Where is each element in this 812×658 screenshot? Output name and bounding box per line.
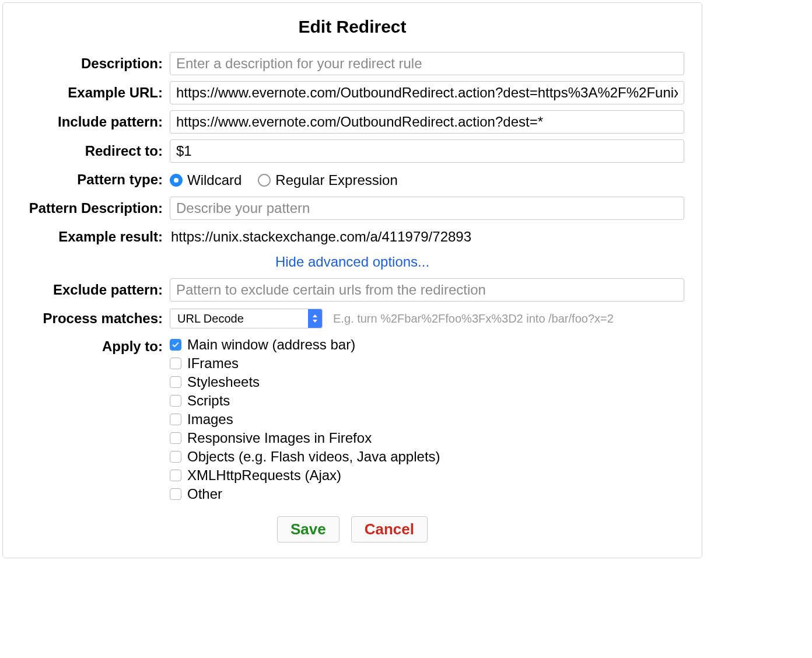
chevron-updown-icon — [308, 309, 322, 328]
checkbox-icon — [170, 488, 181, 500]
page-title: Edit Redirect — [20, 17, 684, 37]
exclude-pattern-input[interactable] — [170, 278, 684, 302]
checkbox-label: Images — [187, 411, 233, 428]
apply-to-list: Main window (address bar)IFramesStyleshe… — [170, 335, 684, 502]
include-pattern-input[interactable] — [170, 110, 684, 134]
apply-to-checkbox[interactable]: Other — [170, 486, 684, 502]
example-url-input[interactable] — [170, 81, 684, 104]
checkbox-icon — [170, 470, 181, 481]
save-button[interactable]: Save — [277, 516, 340, 542]
checkbox-label: Scripts — [187, 393, 230, 409]
apply-to-checkbox[interactable]: Objects (e.g. Flash videos, Java applets… — [170, 449, 684, 465]
include-pattern-label: Include pattern: — [20, 111, 170, 133]
apply-to-checkbox[interactable]: Scripts — [170, 393, 684, 409]
apply-to-checkbox[interactable]: Responsive Images in Firefox — [170, 430, 684, 446]
button-row: Save Cancel — [20, 516, 684, 542]
checkbox-icon — [170, 414, 181, 425]
checkbox-label: IFrames — [187, 355, 239, 372]
toggle-advanced-link[interactable]: Hide advanced options... — [20, 254, 684, 270]
checkbox-icon — [170, 451, 181, 463]
example-result-value: https://unix.stackexchange.com/a/411979/… — [170, 226, 684, 248]
pattern-description-label: Pattern Description: — [20, 197, 170, 219]
edit-redirect-panel: Edit Redirect Description: Example URL: … — [2, 2, 702, 558]
checkbox-label: Responsive Images in Firefox — [187, 430, 372, 446]
cancel-button[interactable]: Cancel — [351, 516, 428, 542]
apply-to-checkbox[interactable]: Main window (address bar) — [170, 337, 684, 353]
description-label: Description: — [20, 52, 170, 75]
pattern-type-label: Pattern type: — [20, 169, 170, 191]
checkbox-icon — [170, 376, 181, 388]
checkbox-icon — [170, 358, 181, 369]
exclude-pattern-label: Exclude pattern: — [20, 279, 170, 301]
apply-to-checkbox[interactable]: Images — [170, 411, 684, 428]
radio-icon — [170, 174, 183, 187]
pattern-type-regex-radio[interactable]: Regular Expression — [258, 172, 397, 188]
radio-label: Wildcard — [187, 172, 242, 188]
pattern-type-group: Wildcard Regular Expression — [170, 171, 684, 188]
checkbox-label: Main window (address bar) — [187, 337, 355, 353]
checkbox-icon — [170, 395, 181, 407]
checkbox-label: Objects (e.g. Flash videos, Java applets… — [187, 449, 440, 465]
apply-to-label: Apply to: — [20, 335, 170, 358]
apply-to-checkbox[interactable]: IFrames — [170, 355, 684, 372]
checkbox-icon — [170, 432, 181, 444]
example-result-label: Example result: — [20, 226, 170, 248]
checkbox-label: XMLHttpRequests (Ajax) — [187, 467, 341, 484]
pattern-description-input[interactable] — [170, 197, 684, 220]
redirect-to-label: Redirect to: — [20, 140, 170, 162]
checkbox-label: Other — [187, 486, 222, 502]
apply-to-checkbox[interactable]: Stylesheets — [170, 374, 684, 390]
process-matches-hint: E.g. turn %2Fbar%2Ffoo%3Fx%3D2 into /bar… — [333, 312, 614, 326]
apply-to-checkbox[interactable]: XMLHttpRequests (Ajax) — [170, 467, 684, 484]
radio-icon — [258, 174, 271, 187]
example-url-label: Example URL: — [20, 82, 170, 104]
redirect-to-input[interactable] — [170, 139, 684, 163]
radio-label: Regular Expression — [275, 172, 397, 188]
checkbox-icon — [170, 339, 181, 351]
select-value: URL Decode — [170, 312, 251, 326]
checkbox-label: Stylesheets — [187, 374, 260, 390]
description-input[interactable] — [170, 52, 684, 75]
process-matches-label: Process matches: — [20, 307, 170, 330]
process-matches-select[interactable]: URL Decode — [170, 309, 323, 328]
pattern-type-wildcard-radio[interactable]: Wildcard — [170, 172, 242, 188]
